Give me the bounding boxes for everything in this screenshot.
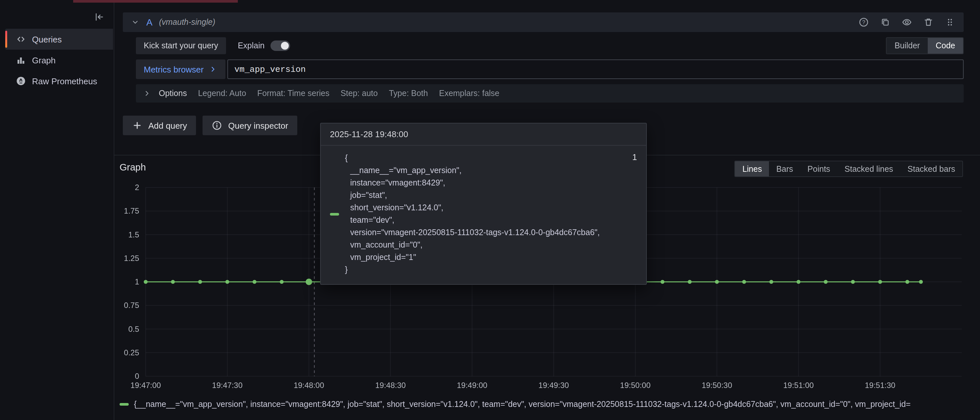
explain-label: Explain (238, 41, 265, 50)
tooltip-value: 1 (632, 152, 637, 162)
datasource-name: (vmauth-single) (159, 18, 215, 27)
toggle-visibility-button[interactable] (901, 16, 913, 28)
builder-mode-button[interactable]: Builder (886, 38, 928, 54)
svg-text:19:51:00: 19:51:00 (783, 381, 814, 390)
app-window: Queries Graph (0, 0, 980, 420)
sidebar-item-graph[interactable]: Graph (5, 49, 113, 70)
svg-text:0.75: 0.75 (124, 301, 139, 310)
svg-text:0.5: 0.5 (128, 325, 139, 334)
svg-text:0.25: 0.25 (124, 348, 139, 357)
svg-text:19:50:30: 19:50:30 (702, 381, 732, 390)
trash-icon (923, 17, 934, 27)
query-expression-input[interactable]: vm_app_version (228, 59, 964, 79)
svg-text:0: 0 (135, 372, 139, 380)
query-row-header[interactable]: A (vmauth-single) ? (123, 13, 964, 32)
kick-start-button[interactable]: Kick start your query (136, 37, 226, 54)
tooltip-body: { __name__="vm_app_version", instance="v… (321, 146, 646, 284)
option-step: Step: auto (340, 89, 378, 98)
series-color-marker (119, 403, 129, 406)
remove-query-button[interactable] (923, 16, 934, 28)
metrics-browser-label: Metrics browser (144, 64, 204, 74)
option-format: Format: Time series (258, 89, 329, 98)
explore-sidebar: Queries Graph (0, 3, 115, 420)
chevron-down-icon (130, 18, 140, 27)
style-lines-button[interactable]: Lines (735, 161, 769, 177)
style-bars-button[interactable]: Bars (769, 161, 800, 177)
svg-text:?: ? (862, 19, 865, 25)
grip-dots-icon (945, 17, 955, 27)
tooltip-series-labels: { __name__="vm_app_version", instance="v… (345, 152, 600, 276)
active-indicator (5, 31, 7, 48)
graph-style-switcher: Lines Bars Points Stacked lines Stacked … (735, 161, 963, 177)
sidebar-nav: Queries Graph (0, 29, 113, 91)
question-circle-icon: ? (859, 17, 869, 27)
query-ref-id: A (146, 17, 153, 27)
sidebar-collapse-button[interactable] (91, 9, 107, 25)
collapse-left-icon (94, 12, 105, 22)
drag-handle[interactable] (944, 16, 956, 28)
add-query-label: Add query (148, 121, 187, 130)
sidebar-item-label: Raw Prometheus (32, 76, 97, 86)
svg-text:1: 1 (135, 277, 139, 286)
sidebar-item-raw-prometheus[interactable]: Raw Prometheus (5, 70, 113, 91)
graph-tooltip: 2025-11-28 19:48:00 { __name__="vm_app_v… (320, 123, 647, 285)
style-stacked-lines-button[interactable]: Stacked lines (837, 161, 900, 177)
copy-icon (880, 17, 891, 27)
svg-text:19:50:00: 19:50:00 (620, 381, 651, 390)
option-legend: Legend: Auto (198, 89, 246, 98)
option-type: Type: Both (389, 89, 428, 98)
svg-text:19:51:30: 19:51:30 (865, 381, 895, 390)
style-stacked-bars-button[interactable]: Stacked bars (900, 161, 963, 177)
sidebar-item-queries[interactable]: Queries (5, 29, 113, 49)
option-exemplars: Exemplars: false (439, 89, 500, 98)
sidebar-item-label: Queries (32, 34, 62, 44)
plus-icon (132, 120, 142, 130)
svg-text:19:47:30: 19:47:30 (212, 381, 242, 390)
prometheus-icon (16, 76, 26, 86)
options-label: Options (159, 89, 187, 98)
options-row[interactable]: Options Legend: Auto Format: Time series… (136, 84, 964, 103)
svg-text:1.75: 1.75 (124, 207, 139, 215)
duplicate-query-button[interactable] (880, 16, 891, 28)
top-accent-bar (73, 0, 238, 3)
code-mode-button[interactable]: Code (928, 38, 963, 54)
bar-chart-icon (16, 55, 26, 65)
query-row-actions: ? (858, 16, 956, 28)
query-input-row: Metrics browser vm_app_version (136, 59, 964, 79)
tooltip-timestamp: 2025-11-28 19:48:00 (321, 124, 646, 146)
info-circle-icon (212, 120, 223, 130)
query-editor: A (vmauth-single) ? (123, 13, 964, 135)
svg-text:1.25: 1.25 (124, 254, 139, 262)
style-points-button[interactable]: Points (800, 161, 838, 177)
query-inspector-button[interactable]: Query inspector (203, 116, 298, 135)
code-brackets-icon (16, 34, 26, 45)
add-query-button[interactable]: Add query (123, 116, 196, 135)
legend-series-label: {__name__="vm_app_version", instance="vm… (134, 400, 911, 409)
series-color-marker (330, 213, 339, 216)
chevron-right-icon (208, 65, 218, 74)
svg-text:19:49:30: 19:49:30 (538, 381, 569, 390)
toggle-knob (281, 42, 289, 49)
svg-text:19:49:00: 19:49:00 (457, 381, 487, 390)
graph-panel-title: Graph (119, 162, 146, 172)
sidebar-item-label: Graph (32, 55, 56, 65)
svg-text:19:47:00: 19:47:00 (130, 381, 161, 390)
help-button[interactable]: ? (858, 16, 870, 28)
metrics-browser-button[interactable]: Metrics browser (136, 59, 225, 79)
svg-text:1.5: 1.5 (128, 230, 139, 239)
query-toolbar: Kick start your query Explain Builder Co… (136, 37, 964, 54)
query-inspector-label: Query inspector (228, 121, 288, 130)
eye-icon (902, 17, 912, 27)
svg-text:19:48:00: 19:48:00 (294, 381, 324, 390)
svg-text:19:48:30: 19:48:30 (375, 381, 406, 390)
explain-toggle[interactable] (270, 40, 290, 51)
graph-legend[interactable]: {__name__="vm_app_version", instance="vm… (119, 400, 980, 409)
chevron-right-icon (142, 89, 151, 98)
svg-text:2: 2 (135, 183, 139, 192)
editor-mode-switch: Builder Code (886, 37, 964, 54)
